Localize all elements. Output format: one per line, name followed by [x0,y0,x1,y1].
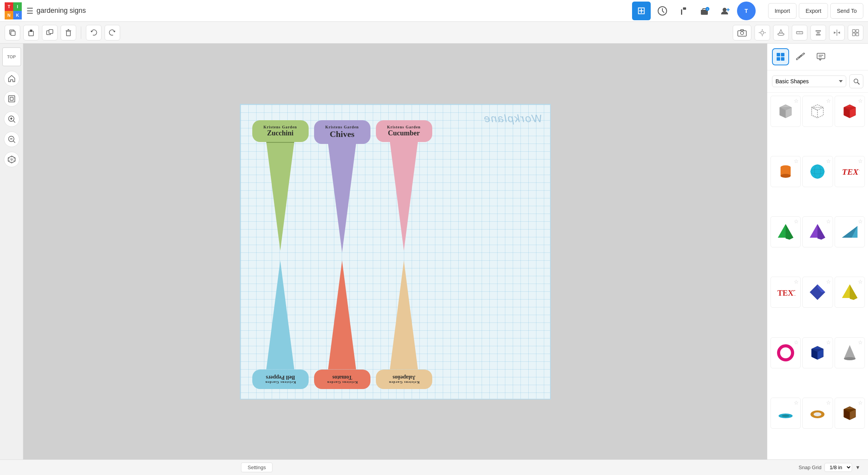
sign-bell[interactable]: Kristens Garden Bell Peppers [252,261,309,389]
svg-marker-37 [838,32,840,34]
shape-box-brown[interactable]: ☆ [835,398,865,429]
cucumber-label: Kristens Garden Cucumber [376,120,432,142]
zoom-out-btn[interactable] [4,131,19,147]
search-btn[interactable] [849,74,863,88]
snap-dropdown-arrow[interactable]: ▼ [855,464,860,470]
svg-point-101 [782,415,789,417]
ruler-btn[interactable] [792,25,807,40]
shape-star[interactable]: ☆ [826,279,831,285]
shape-star[interactable]: ☆ [858,339,863,345]
canvas-area[interactable]: Workplane Kristens Garden Zucchini [23,44,767,459]
shape-star[interactable]: ☆ [826,98,831,104]
shape-star[interactable]: ☆ [858,98,863,104]
shape-cone-gray[interactable]: ☆ [835,337,865,368]
shape-star[interactable]: ☆ [826,158,831,164]
shape-star[interactable]: ☆ [794,98,799,104]
3d-view-btn[interactable] [4,152,19,167]
shape-cube-blue[interactable]: ☆ [802,337,833,368]
user-add-btn[interactable] [716,2,735,20]
shape-box[interactable]: ☆ [770,96,801,127]
sendto-btn[interactable]: Send To [830,3,863,19]
shape-sphere[interactable]: ☆ [802,156,833,187]
import-btn[interactable]: Import [768,3,797,19]
tinkercad-logo[interactable]: T I N K [5,2,22,19]
jalapeno-label: Kristens Garden Jalapeños [376,370,432,389]
svg-rect-41 [856,33,859,36]
shape-box-red[interactable]: ☆ [835,96,865,127]
left-panel: TOP [0,44,23,459]
hammer-btn[interactable] [674,2,693,20]
project-title[interactable]: gardening signs [37,7,86,15]
shape-cylinder[interactable]: ☆ [770,156,801,187]
suitcase-btn[interactable]: + [695,2,714,20]
zoom-in-btn[interactable] [4,111,19,127]
shape-star[interactable]: ☆ [794,400,799,406]
delete-btn[interactable] [61,25,76,40]
shape-torus[interactable]: ☆ [770,337,801,368]
svg-rect-58 [781,57,784,61]
shape-star[interactable]: ☆ [826,218,831,224]
svg-marker-98 [844,345,856,359]
avatar-btn[interactable]: T [737,2,756,20]
svg-marker-84 [786,224,793,240]
duplicate-btn[interactable] [42,25,58,40]
shape-pyramid-yellow[interactable]: ☆ [835,277,865,308]
panel-tab-grid[interactable] [772,48,789,65]
shape-star[interactable]: ☆ [794,218,799,224]
home-btn[interactable] [4,71,19,86]
paste-btn[interactable] [23,25,39,40]
camera-btn[interactable] [733,25,751,40]
clock-btn[interactable] [653,2,672,20]
redo-btn[interactable] [105,25,120,40]
svg-marker-93 [850,284,858,300]
top-bar: T I N K ☰ gardening signs ⊞ + [0,0,868,22]
shape-diamond[interactable]: ☆ [802,277,833,308]
sign-jalapeno[interactable]: Kristens Garden Jalapeños [376,261,432,389]
svg-marker-86 [817,224,825,240]
panel-tab-chat[interactable] [812,48,830,65]
shape-pyramid-green[interactable]: ☆ [770,216,801,247]
sign-tomato[interactable]: Kristens Garden Tomatos [314,261,370,389]
shape-star[interactable]: ☆ [858,279,863,285]
flip-btn[interactable] [829,25,845,40]
shape-star[interactable]: ☆ [794,339,799,345]
logo-t: T [5,2,13,11]
shape-text3d[interactable]: ☆ TEXT [835,156,865,187]
shape-pyramid-purple[interactable]: ☆ [802,216,833,247]
shape-star[interactable]: ☆ [826,400,831,406]
copy-btn[interactable] [5,25,20,40]
zucchini-label: Kristens Garden Zucchini [252,120,309,142]
fit-view-btn[interactable] [4,91,19,107]
export-btn[interactable]: Export [799,3,828,19]
grid-btn[interactable]: ⊞ [632,2,651,20]
shape-wedge[interactable]: ☆ [835,216,865,247]
light-btn[interactable] [754,25,770,40]
shape-donut[interactable]: ☆ [802,398,833,429]
svg-point-99 [844,357,856,360]
settings-btn[interactable]: Settings [241,463,272,472]
snap-value-select[interactable]: 1/8 in [824,463,852,472]
shape-star[interactable]: ☆ [858,218,863,224]
shape-star[interactable]: ☆ [858,158,863,164]
sign-chives[interactable]: Kristens Garden Chives [314,120,370,253]
group-btn[interactable] [848,25,863,40]
toolbar-sep-1 [81,26,81,39]
sign-cucumber[interactable]: Kristens Garden Cucumber [376,120,432,253]
shape-ring[interactable]: ☆ [770,398,801,429]
workplane-btn[interactable] [773,25,789,40]
sign-zucchini[interactable]: Kristens Garden Zucchini [252,120,309,253]
panel-tab-ruler[interactable] [792,48,809,65]
undo-btn[interactable] [86,25,101,40]
workplane: Workplane Kristens Garden Zucchini [240,104,551,400]
shape-text-red2[interactable]: ☆ TEXT [770,277,801,308]
svg-rect-43 [10,97,13,100]
shape-star[interactable]: ☆ [794,158,799,164]
grid-view-icon[interactable]: ☰ [26,6,33,16]
view-cube[interactable]: TOP [2,47,21,66]
shape-star[interactable]: ☆ [794,279,799,285]
shape-star[interactable]: ☆ [858,400,863,406]
shape-category-select[interactable]: Basic Shapes [772,75,846,87]
shape-star[interactable]: ☆ [826,339,831,345]
align-btn[interactable] [810,25,826,40]
shape-box-outline[interactable]: ☆ [802,96,833,127]
